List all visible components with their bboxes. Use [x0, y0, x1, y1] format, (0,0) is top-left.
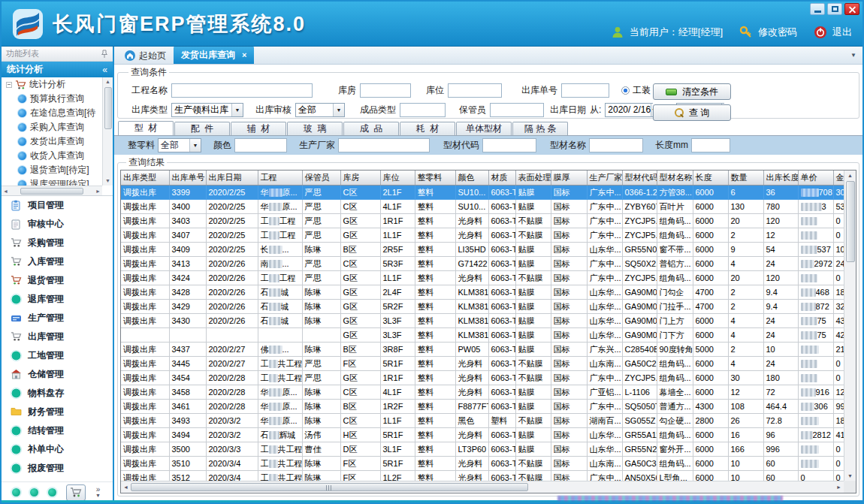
column-header[interactable]: 型材代码	[622, 171, 657, 185]
column-header[interactable]: 库房	[340, 171, 380, 185]
radio-gongzhuang[interactable]: 工装	[621, 84, 651, 97]
close-button[interactable]	[844, 3, 859, 15]
footer-overflow-icon[interactable]: »▼	[95, 487, 101, 499]
table-row[interactable]: 调拨出库34582020/2/28华原...陈琳C区4L1F整料光身料6063-…	[121, 385, 844, 399]
table-row[interactable]: 调拨出库34932020/3/2华原...陈琳C区1L1F整料黑色塑料不贴膜国标…	[121, 413, 844, 427]
tab-active[interactable]: 发货出库查询	[174, 46, 254, 64]
column-header[interactable]: 表面处理	[515, 171, 551, 185]
horizontal-scrollbar[interactable]: ◄►	[121, 481, 844, 493]
column-header[interactable]: 数量	[728, 171, 763, 185]
material-tab[interactable]: 单体型材	[456, 122, 512, 135]
maximize-button[interactable]	[827, 3, 842, 15]
tree-horizontal-scrollbar[interactable]: ◄►	[2, 186, 102, 195]
sidebar-item[interactable]: 结转管理	[2, 421, 113, 440]
tree-item[interactable]: 采购入库查询	[2, 120, 102, 134]
project-name-input[interactable]	[171, 83, 313, 98]
sidebar-item[interactable]: 生产管理	[2, 309, 113, 327]
table-row[interactable]: 调拨出库34002020/2/25华原...严思C区4L1F整料SU10...6…	[121, 199, 844, 213]
length-input[interactable]	[691, 138, 730, 152]
tree-item[interactable]: 退货查询[待定]	[2, 163, 102, 177]
column-header[interactable]: 出库类型	[121, 171, 169, 185]
sidebar-item[interactable]: 退库管理	[2, 290, 113, 309]
material-tab[interactable]: 成 品	[343, 122, 399, 135]
table-row[interactable]: 调拨出库34542020/2/28工共工程严思G区1R1F整料光身料6063-T…	[121, 370, 844, 385]
material-tab[interactable]: 配 件	[174, 122, 230, 135]
table-row[interactable]: 调拨出库34942020/3/2石辉城汤伟H区5R1F整料光身料6063-T5贴…	[121, 427, 844, 442]
tree-item[interactable]: 预算执行查询	[2, 92, 102, 106]
change-password-link[interactable]: 修改密码	[758, 26, 797, 39]
table-row[interactable]: 调拨出库34452020/2/27工共工程严思F区5R1F整料光身料6063-T…	[121, 356, 844, 370]
profile-code-input[interactable]	[482, 138, 536, 152]
material-tab[interactable]: 辅 材	[231, 122, 286, 135]
expander-icon[interactable]	[6, 82, 12, 88]
tree-vertical-scrollbar[interactable]: ▲▼	[102, 77, 113, 186]
maker-input[interactable]	[338, 138, 430, 152]
location-input[interactable]	[448, 83, 502, 98]
table-row[interactable]: 调拨出库35122020/3/4工共工程陈琳F区1L2F整料光身料6063-T5…	[121, 470, 844, 481]
sidebar-item[interactable]: 报废管理	[2, 459, 113, 478]
column-header[interactable]: 出库单号	[169, 171, 206, 185]
table-row[interactable]: 调拨出库34132020/2/26南...严思C区5R3F整料G71422606…	[121, 256, 844, 270]
column-header[interactable]: 单价	[798, 171, 833, 185]
table-row[interactable]: 调拨出库34092020/2/25长...陈琳B区2R5F整料LI35HD606…	[121, 242, 844, 256]
material-tab[interactable]: 隔 热 条	[512, 122, 568, 135]
material-tab[interactable]: 玻 璃	[287, 122, 343, 135]
column-header[interactable]: 膜厚	[551, 171, 587, 185]
material-tab[interactable]: 耗 材	[400, 122, 455, 135]
sidebar-item[interactable]: 退货管理	[2, 271, 113, 290]
tree-item[interactable]: 发货出库查询	[2, 134, 102, 149]
table-row[interactable]: 调拨出库34072020/2/25工工程严思G区1L1F整料光身料6063-T5…	[121, 228, 844, 242]
column-header[interactable]: 工程	[258, 171, 302, 185]
table-row[interactable]: 调拨出库34372020/2/27佛...陈琳B区3R8F整料PW056063-…	[121, 342, 844, 356]
table-row[interactable]: 调拨出库34032020/2/25工工程严思G区1R1F整料光身料6063-T5…	[121, 213, 844, 228]
tree-item[interactable]: 收货入库查询	[2, 149, 102, 163]
audit-select[interactable]: 全部	[295, 103, 345, 117]
sidebar-item[interactable]: 采购管理	[2, 234, 113, 252]
date-from-select[interactable]: 2020/ 2/16	[605, 103, 653, 117]
whole-part-select[interactable]: 全部	[158, 138, 201, 152]
cart-module-button[interactable]	[66, 484, 86, 501]
clear-button[interactable]: 清空条件	[653, 83, 731, 100]
table-row[interactable]: G区3L3F整料KLM38176063-T5贴膜国标山东华...GA90M09.…	[121, 327, 844, 342]
column-header[interactable]: 出库长度	[763, 171, 798, 185]
tab-close-icon[interactable]	[242, 50, 246, 59]
sidebar-item[interactable]: 审核中心	[2, 215, 113, 234]
vertical-scrollbar[interactable]: ▲▼	[844, 171, 856, 481]
table-row[interactable]: 调拨出库33992020/2/25华原...严思C区2L1F整料SU10...6…	[121, 185, 844, 199]
tree-root[interactable]: 统计分析	[2, 77, 102, 92]
sidebar-item[interactable]: 仓储管理	[2, 365, 113, 384]
minimize-button[interactable]	[810, 3, 825, 15]
tab-home[interactable]: 起始页	[117, 47, 174, 64]
table-row[interactable]: 调拨出库34612020/2/28华原...陈琳B区1R2F整料F8877FT6…	[121, 399, 844, 413]
tree-item[interactable]: 在途信息查询[待	[2, 106, 102, 120]
column-header[interactable]: 出库日期	[206, 171, 258, 185]
module-dot-icon[interactable]	[12, 488, 20, 496]
outbound-type-select[interactable]: 生产领料出库	[171, 103, 243, 117]
sidebar-item[interactable]: 工地管理	[2, 346, 113, 365]
finished-type-input[interactable]	[400, 103, 446, 117]
order-no-input[interactable]	[561, 83, 609, 98]
table-row[interactable]: 调拨出库35102020/3/4工共工程陈琳F区5R1F整料光身料6063-T5…	[121, 456, 844, 470]
material-tab[interactable]: 型 材	[118, 121, 174, 135]
keeper-input[interactable]	[490, 103, 544, 117]
tree-item[interactable]: 退库管理[待定]	[2, 177, 102, 186]
sidebar-item[interactable]: 物料盘存	[2, 384, 113, 403]
pin-icon[interactable]	[101, 50, 108, 59]
section-header[interactable]: 统计分析	[2, 62, 113, 77]
column-header[interactable]: 库位	[380, 171, 415, 185]
collapse-panel-icon[interactable]	[102, 65, 107, 75]
profile-name-input[interactable]	[589, 138, 643, 152]
column-header[interactable]: 材质	[488, 171, 515, 185]
column-header[interactable]: 型材名称	[657, 171, 693, 185]
module-dot-icon[interactable]	[48, 488, 56, 496]
module-dot-icon[interactable]	[30, 488, 38, 496]
column-header[interactable]: 金额	[833, 171, 844, 185]
sidebar-item[interactable]: 出库管理	[2, 327, 113, 346]
column-header[interactable]: 整零料	[415, 171, 455, 185]
color-input[interactable]	[234, 138, 287, 152]
column-header[interactable]: 颜色	[455, 171, 488, 185]
column-header[interactable]: 保管员	[302, 171, 340, 185]
table-row[interactable]: 调拨出库34302020/2/26石城陈琳G区3L3F整料KLM38176063…	[121, 313, 844, 327]
table-row[interactable]: 调拨出库34242020/2/26工工程严思G区1L1F整料光身料6063-T5…	[121, 270, 844, 285]
sidebar-item[interactable]: 补单中心	[2, 440, 113, 459]
